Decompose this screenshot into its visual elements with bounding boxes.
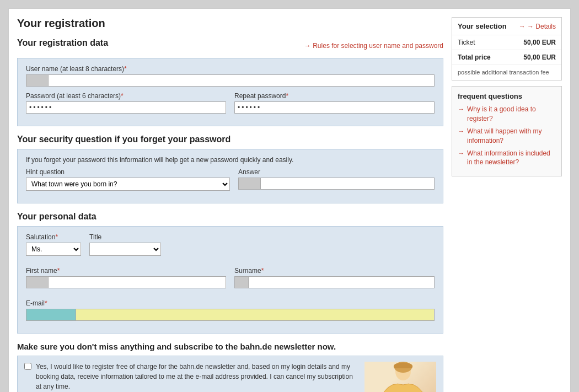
- username-prefix: [26, 74, 48, 87]
- newsletter-text: Yes, I would like to register free of ch…: [36, 362, 359, 391]
- registration-data-header: Your registration data Rules for selecti…: [17, 38, 443, 53]
- page-title: Your registration: [17, 17, 443, 30]
- newsletter-checkbox[interactable]: [24, 363, 31, 370]
- answer-input-wrapper: [238, 178, 435, 190]
- hint-answer-row: Hint question What town were you born in…: [26, 168, 435, 196]
- password-field-group: Password (at least 6 characters)*: [26, 92, 226, 114]
- surname-input-wrapper: [234, 276, 435, 288]
- hint-select[interactable]: What town were you born in? What is your…: [26, 178, 230, 191]
- email-field-group: E-mail*: [26, 299, 435, 321]
- security-form: If you forget your password this informa…: [17, 149, 443, 203]
- firstname-label: First name*: [26, 267, 226, 275]
- ticket-label: Ticket: [458, 39, 475, 46]
- details-link[interactable]: → Details: [519, 23, 556, 30]
- hint-field-group: Hint question What town were you born in…: [26, 168, 230, 191]
- ticket-price: 50,00 EUR: [523, 39, 556, 46]
- faq-arrow-1: →: [458, 127, 464, 135]
- email-input-wrapper: [26, 309, 435, 321]
- faq-link-2[interactable]: What information is included in the news…: [467, 149, 556, 168]
- surname-label: Surname*: [234, 267, 435, 275]
- newsletter-title: Make sure you don't miss anything and su…: [17, 342, 443, 351]
- repeat-password-label: Repeat password*: [234, 92, 435, 100]
- faq-item-2: → What information is included in the ne…: [458, 149, 556, 168]
- personal-data-form: Salutation* Ms. Mr. Title Dr. Prof.: [17, 226, 443, 334]
- firstname-input[interactable]: [48, 276, 226, 288]
- registration-data-form: User name (at least 8 characters)* Passw…: [17, 58, 443, 126]
- username-field-group: User name (at least 8 characters)*: [26, 65, 435, 87]
- name-row: First name* Surname*: [26, 267, 435, 294]
- surname-field-group: Surname*: [234, 267, 435, 288]
- person-figure: [364, 362, 436, 392]
- rules-link[interactable]: Rules for selecting user name and passwo…: [304, 42, 443, 50]
- firstname-prefix: [26, 276, 48, 288]
- answer-field-group: Answer: [238, 168, 435, 191]
- total-row: Total price 50,00 EUR: [452, 50, 561, 65]
- answer-label: Answer: [238, 168, 435, 176]
- firstname-field-group: First name*: [26, 267, 226, 288]
- salutation-field-group: Salutation* Ms. Mr.: [26, 233, 81, 256]
- total-price: 50,00 EUR: [523, 53, 556, 61]
- password-label: Password (at least 6 characters)*: [26, 92, 226, 100]
- surname-input[interactable]: [248, 276, 435, 288]
- email-part1: [26, 309, 76, 321]
- username-label: User name (at least 8 characters)*: [26, 65, 435, 73]
- main-content: Your registration Your registration data…: [17, 17, 443, 392]
- newsletter-section: Make sure you don't miss anything and su…: [17, 342, 443, 392]
- security-section-title: Your security question if you forget you…: [17, 135, 443, 144]
- salutation-label: Salutation*: [26, 233, 81, 241]
- email-label: E-mail*: [26, 299, 435, 307]
- selection-header: Your selection → Details: [452, 18, 561, 35]
- repeat-password-input[interactable]: [234, 101, 435, 114]
- selection-title: Your selection: [458, 22, 507, 30]
- firstname-input-wrapper: [26, 276, 226, 288]
- surname-prefix: [234, 276, 248, 288]
- title-select[interactable]: Dr. Prof.: [89, 243, 161, 256]
- total-label: Total price: [458, 53, 491, 61]
- answer-prefix: [238, 178, 260, 190]
- selection-box: Your selection → Details Ticket 50,00 EU…: [452, 17, 562, 80]
- username-input-wrapper: [26, 74, 435, 87]
- username-input[interactable]: [48, 74, 435, 87]
- salutation-select[interactable]: Ms. Mr.: [26, 243, 81, 256]
- sidebar: Your selection → Details Ticket 50,00 EU…: [452, 17, 562, 392]
- hint-label: Hint question: [26, 168, 230, 176]
- faq-box: frequent questions → Why is it a good id…: [452, 86, 562, 176]
- faq-arrow-2: →: [458, 149, 464, 157]
- page-wrapper: Your registration Your registration data…: [8, 8, 571, 392]
- registration-data-title: Your registration data: [17, 38, 108, 48]
- personal-data-title: Your personal data: [17, 212, 443, 222]
- faq-item-0: → Why is it a good idea to register?: [458, 105, 556, 123]
- password-row: Password (at least 6 characters)* Repeat…: [26, 92, 435, 119]
- faq-link-0[interactable]: Why is it a good idea to register?: [467, 105, 556, 123]
- title-label: Title: [89, 233, 161, 241]
- fee-note: possible additional transaction fee: [452, 65, 561, 80]
- person-svg: [373, 362, 428, 392]
- faq-item-1: → What will happen with my information?: [458, 127, 556, 146]
- faq-link-1[interactable]: What will happen with my information?: [467, 127, 556, 146]
- email-part2: [76, 309, 435, 321]
- repeat-password-field-group: Repeat password*: [234, 92, 435, 114]
- newsletter-image: [364, 362, 436, 392]
- faq-arrow-0: →: [458, 105, 464, 113]
- password-input[interactable]: [26, 101, 226, 114]
- security-helper-text: If you forget your password this informa…: [26, 156, 435, 164]
- newsletter-box: Yes, I would like to register free of ch…: [17, 356, 443, 392]
- answer-input[interactable]: [260, 178, 435, 190]
- faq-title: frequent questions: [458, 92, 556, 100]
- salutation-title-row: Salutation* Ms. Mr. Title Dr. Prof.: [26, 233, 435, 261]
- title-field-group: Title Dr. Prof.: [89, 233, 161, 256]
- ticket-row: Ticket 50,00 EUR: [452, 35, 561, 50]
- newsletter-checkbox-wrapper: Yes, I would like to register free of ch…: [24, 362, 359, 391]
- username-required: *: [124, 65, 127, 73]
